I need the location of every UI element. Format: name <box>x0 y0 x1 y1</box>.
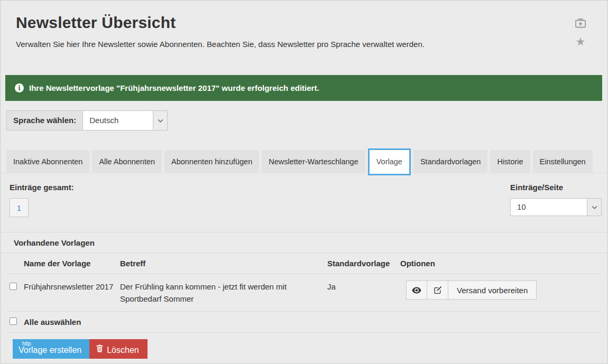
tab-abonnenten-hinzufuegen[interactable]: Abonnenten hinzufügen <box>164 150 259 173</box>
briefcase-medical-icon[interactable] <box>575 18 586 30</box>
tab-bar: Inaktive Abonnenten Alle Abonnenten Abon… <box>1 148 607 173</box>
tab-newsletter-warteschlange[interactable]: Newsletter-Warteschlange <box>262 150 365 173</box>
select-all-row: Alle auswählen <box>6 312 602 333</box>
language-row: Sprache wählen: Deutsch <box>6 110 602 130</box>
delete-button[interactable]: Löschen <box>89 339 148 359</box>
star-icon[interactable]: ★ <box>576 36 586 47</box>
row-subject: Der Frühling kann kommen - jetzt fit wer… <box>120 281 327 305</box>
header-icons: ★ <box>575 18 586 47</box>
language-select[interactable]: Deutsch <box>83 110 168 130</box>
table-row: Frühjahrsnewsletter 2017 Der Frühling ka… <box>6 274 602 312</box>
chevron-down-icon <box>587 199 601 216</box>
row-options-group: Versand vorbereiten <box>406 281 537 300</box>
alert-text: Ihre Newslettervorlage "Frühjahrsnewslet… <box>29 83 319 92</box>
tab-historie[interactable]: Historie <box>490 150 530 173</box>
list-meta-row: Einträge gesamt: 1 Einträge/Seite 10 <box>6 183 602 217</box>
edit-button[interactable] <box>427 281 448 300</box>
chevron-down-icon <box>153 111 167 130</box>
page-title: Newsletter Übersicht <box>16 14 592 32</box>
info-circle-icon: i <box>15 83 24 92</box>
delete-label: Löschen <box>107 346 139 355</box>
select-all-checkbox[interactable] <box>10 318 17 325</box>
entries-per-page-select[interactable]: 10 <box>510 198 602 216</box>
row-template-name: Frühjahrsnewsletter 2017 <box>24 281 120 293</box>
page-header: Newsletter Übersicht Verwalten Sie hier … <box>1 1 607 49</box>
preview-button[interactable] <box>406 281 427 300</box>
tab-standardvorlagen[interactable]: Standardvorlagen <box>413 150 487 173</box>
table-header-row: Name der Vorlage Betreff Standardvorlage… <box>6 253 602 274</box>
newsletter-overview-page: Newsletter Übersicht Verwalten Sie hier … <box>0 0 608 364</box>
footer-actions: http Vorlage erstellen Löschen <box>6 333 602 359</box>
success-alert: i Ihre Newslettervorlage "Frühjahrsnewsl… <box>5 75 602 101</box>
page-number-button[interactable]: 1 <box>10 198 29 217</box>
entries-total-label: Einträge gesamt: <box>10 183 74 192</box>
trash-icon <box>96 344 103 354</box>
create-template-button[interactable]: http Vorlage erstellen <box>13 339 89 359</box>
create-template-label: Vorlage erstellen <box>19 346 81 355</box>
eye-icon <box>412 287 421 294</box>
language-select-value: Deutsch <box>89 116 118 125</box>
column-subject: Betreff <box>120 259 327 268</box>
column-standard: Standardvorlage <box>327 259 395 268</box>
page-subtitle: Verwalten Sie hier Ihre Newsletter sowie… <box>16 40 592 49</box>
edit-icon <box>434 286 442 294</box>
tab-inaktive-abonnenten[interactable]: Inaktive Abonnenten <box>6 150 89 173</box>
column-name: Name der Vorlage <box>24 259 120 268</box>
tab-vorlage[interactable]: Vorlage <box>368 148 411 175</box>
row-standard-value: Ja <box>327 281 395 293</box>
entries-per-page-label: Einträge/Seite <box>510 183 602 192</box>
link-url-hint: http <box>22 341 31 347</box>
entries-per-page-value: 10 <box>517 202 526 211</box>
column-options: Optionen <box>395 259 602 268</box>
row-checkbox[interactable] <box>10 283 17 290</box>
section-title: Vorhandene Vorlagen <box>1 232 607 253</box>
select-all-label: Alle auswählen <box>24 318 602 326</box>
prepare-send-button[interactable]: Versand vorbereiten <box>448 281 537 300</box>
tab-alle-abonnenten[interactable]: Alle Abonnenten <box>92 150 162 173</box>
tab-einstellungen[interactable]: Einstellungen <box>533 150 593 173</box>
language-label: Sprache wählen: <box>6 110 83 130</box>
